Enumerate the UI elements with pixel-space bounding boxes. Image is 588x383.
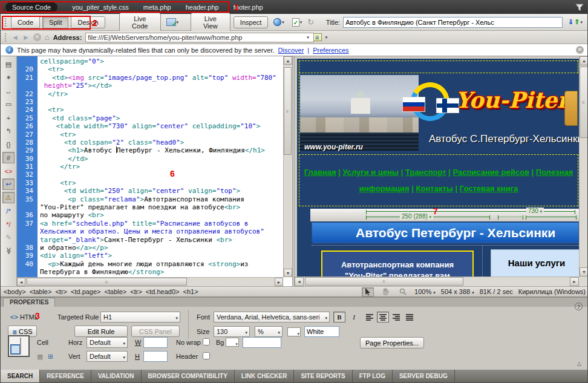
text-color-input[interactable] <box>304 326 339 337</box>
tag-selector-item[interactable]: <td.page> <box>71 288 101 295</box>
design-nav-link[interactable]: Расписание рейсов <box>453 168 529 177</box>
toolbar-grip[interactable] <box>4 18 7 27</box>
address-dropdown-icon[interactable]: ▾ <box>307 35 309 40</box>
code-line[interactable]: <tr> <box>38 65 64 73</box>
scrollbar-thumb[interactable]: ≡ <box>305 277 463 286</box>
code-editor-pane[interactable]: cellspacing="0">20 <tr>21 <td><img src="… <box>17 56 292 286</box>
code-view-button[interactable]: Code <box>11 16 40 28</box>
help-icon[interactable]: ? <box>575 303 583 310</box>
design-view-button[interactable]: Design <box>71 16 105 28</box>
collapse-panel-icon[interactable]: △ <box>577 361 581 367</box>
code-line[interactable]: и обратно</a></p> <box>38 244 108 252</box>
design-page[interactable]: www.you-piter.ru You-Piter Автобус С.Пет… <box>297 59 579 277</box>
align-center-icon[interactable] <box>377 312 389 322</box>
size-dropdown[interactable]: 130▾ <box>214 326 250 337</box>
highlight-invalid-code-icon[interactable]: <> <box>2 165 15 177</box>
code-line[interactable]: <tr> <box>38 179 76 187</box>
services-heading-box[interactable]: Наши услуги <box>491 249 579 277</box>
code-line[interactable]: <p>Каждый день многие люди отправляются … <box>38 260 248 268</box>
select-parent-tag-icon[interactable]: ↰ <box>2 125 15 137</box>
page-properties-button[interactable]: Page Properties... <box>360 337 424 349</box>
panel-tab-search[interactable]: SEARCH <box>1 370 40 383</box>
targeted-rule-dropdown[interactable]: H1▾ <box>100 312 180 322</box>
home-icon[interactable]: ⌂ <box>45 33 50 42</box>
site-header[interactable]: www.you-piter.ru You-Piter Автобус С.Пет… <box>299 74 579 152</box>
panel-tab-validation[interactable]: VALIDATION <box>91 370 142 383</box>
code-line[interactable]: <h1>Автобус Петербург - Хельсинки, Финля… <box>38 146 265 154</box>
code-navigator-icon[interactable]: ✶ <box>2 72 15 83</box>
split-view-button[interactable]: Split <box>42 16 68 28</box>
merge-cells-icon[interactable]: ▦ <box>37 353 43 361</box>
word-wrap-icon[interactable]: ↩ <box>2 178 15 190</box>
code-line[interactable]: </tr> <box>38 163 80 171</box>
related-file-header.php[interactable]: header.php <box>186 4 219 11</box>
code-lines[interactable]: cellspacing="0">20 <tr>21 <td><img src="… <box>17 57 283 277</box>
line-numbers-icon[interactable]: # <box>2 152 15 163</box>
open-documents-icon[interactable]: ▤ <box>2 59 15 70</box>
scroll-down-icon[interactable]: ▼ <box>580 267 588 277</box>
scrollbar-thumb[interactable]: ≡ <box>27 278 187 286</box>
header-checkbox[interactable] <box>203 352 210 359</box>
code-line[interactable]: <td width="250" align="center" valign="t… <box>38 187 240 195</box>
preferences-link[interactable]: Preferences <box>313 47 348 54</box>
size-unit-dropdown[interactable]: %▾ <box>255 326 283 337</box>
design-horizontal-scrollbar[interactable]: ◄ ≡ ► <box>295 277 579 286</box>
related-file-meta.php[interactable]: meta.php <box>143 4 171 11</box>
design-view-pane[interactable]: www.you-piter.ru You-Piter Автобус С.Пет… <box>295 56 588 286</box>
vert-dropdown[interactable]: Default▾ <box>87 351 128 362</box>
scroll-left-icon[interactable]: ◄ <box>17 278 25 286</box>
ruler-label-730[interactable]: 730 ▾ <box>526 208 544 214</box>
design-vertical-scrollbar[interactable]: ▲ ≡ ▼ <box>579 56 588 277</box>
align-justify-icon[interactable] <box>403 312 416 322</box>
scroll-right-icon[interactable]: ► <box>275 278 283 286</box>
design-nav-link[interactable]: Контакты <box>416 184 453 193</box>
inspect-button[interactable]: Inspect <box>234 16 268 28</box>
code-line[interactable]: <p class="reclama">Автотранспортная комп… <box>38 195 244 203</box>
stop-icon[interactable]: ✕ <box>33 33 41 41</box>
panel-tab-site-reports[interactable]: SITE REPORTS <box>294 370 352 383</box>
code-line[interactable]: </tr> <box>38 90 68 98</box>
code-line[interactable]: <div align="left"> <box>38 252 112 260</box>
page-top-table-row[interactable] <box>299 61 578 73</box>
design-nav-link[interactable]: Услуги и цены <box>343 168 399 177</box>
file-management-icon[interactable]: ⇓⇑▾ <box>566 16 585 28</box>
tag-selector-item[interactable]: <table> <box>30 288 52 295</box>
code-line[interactable]: <tr> <box>38 106 64 114</box>
forward-icon[interactable]: ► <box>22 33 30 42</box>
expand-all-icon[interactable]: + <box>2 112 15 123</box>
design-nav-link[interactable]: Транспорт <box>405 168 446 177</box>
code-line[interactable]: <td class="page"> <box>38 114 120 122</box>
html-mode-button[interactable]: <> HTML <box>10 313 38 321</box>
scrollbar-thumb[interactable]: ≡ <box>284 67 292 155</box>
collapse-full-tag-icon[interactable]: ↔ <box>2 85 15 97</box>
code-line[interactable]: <td colspan="2" class="head0"> <box>38 139 184 146</box>
live-code-button[interactable]: Live Code <box>119 13 161 32</box>
bg-color-input[interactable] <box>243 337 281 348</box>
live-view-options-icon[interactable]: ✓▾ <box>164 16 181 28</box>
related-file-you_piter_style.css[interactable]: you_piter_style.css <box>72 4 129 11</box>
code-line[interactable]: Петербурга в Финляндию</strong> <box>38 268 164 276</box>
balance-braces-icon[interactable]: {} <box>2 139 15 150</box>
tag-selector-item[interactable]: <tr> <box>130 288 142 295</box>
bg-color-swatch[interactable] <box>226 338 239 347</box>
panel-tab-link-checker[interactable]: LINK CHECKER <box>235 370 295 383</box>
code-line[interactable]: height="25"></td> <box>38 82 112 90</box>
code-line[interactable]: <a href="schedule.php" title="Расписание… <box>38 220 248 228</box>
text-color-swatch[interactable] <box>287 327 301 336</box>
scroll-left-icon[interactable]: ◄ <box>295 277 304 286</box>
scroll-up-icon[interactable]: ▲ <box>284 56 292 65</box>
css-panel-button[interactable]: CSS Panel <box>131 326 180 337</box>
code-line[interactable]: Хельсинки и обратно. Цены и места отправ… <box>38 228 264 235</box>
tag-selector-item[interactable]: <body> <box>4 288 26 295</box>
live-view-button[interactable]: Live View <box>191 13 230 32</box>
code-line[interactable]: <table width="730" align="center" cellpa… <box>38 122 260 130</box>
panel-tab-ftp-log[interactable]: FTP LOG <box>353 370 393 383</box>
document-title-input[interactable] <box>343 17 563 28</box>
code-vertical-scrollbar[interactable]: ▲ ≡ ▼ <box>283 56 292 277</box>
tag-selector-item[interactable]: <td.head0> <box>146 288 180 295</box>
code-line[interactable]: "You-Piter" предлагает вам поездки на ав… <box>38 203 240 211</box>
edit-rule-button[interactable]: Edit Rule <box>74 326 128 337</box>
code-line[interactable]: target="_blank">Санкт-Петербург - Хельси… <box>38 236 232 244</box>
promo-box[interactable]: Автотранспортная компания "You-Piter" пр… <box>321 250 474 277</box>
tag-selector-item[interactable]: <h1> <box>183 288 198 295</box>
